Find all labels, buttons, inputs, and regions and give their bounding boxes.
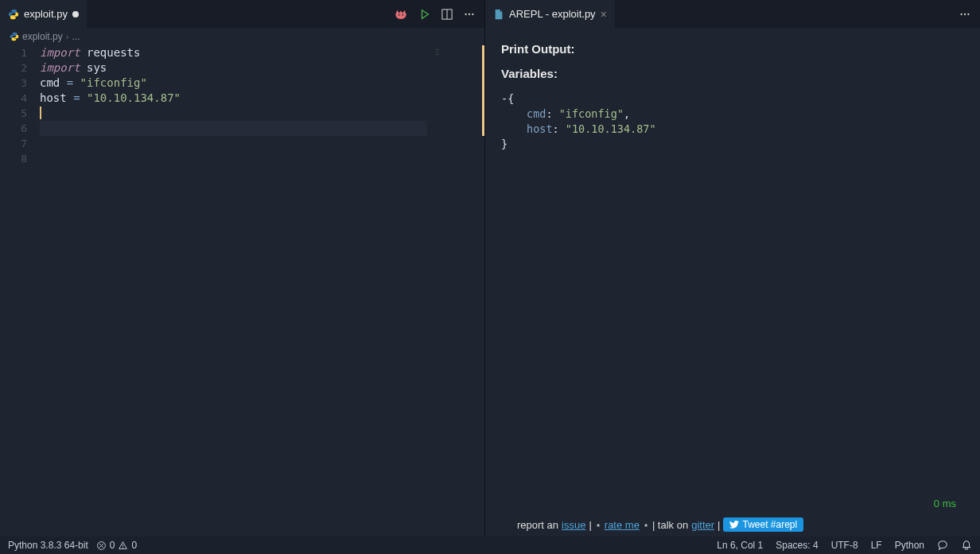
star-icon: ⋆ <box>643 519 649 531</box>
editor-pane: exploit.py exp <box>0 0 485 537</box>
star-icon: ⋆ <box>595 519 601 531</box>
status-problems[interactable]: 0 0 <box>96 540 137 551</box>
arepl-body: Print Output: Variables: -{ cmd: "ifconf… <box>485 28 980 537</box>
status-bar: Python 3.8.3 64-bit 0 0 Ln 6, Col 1 Spac… <box>0 537 980 554</box>
code-line[interactable]: host = "10.10.134.87" <box>40 91 484 106</box>
collapse-toggle-icon[interactable]: - <box>501 92 508 105</box>
warning-count: 0 <box>131 540 137 551</box>
rate-link[interactable]: rate me <box>605 519 640 531</box>
svg-point-5 <box>469 13 470 14</box>
status-notifications-icon[interactable] <box>961 540 972 551</box>
tab-title: exploit.py <box>24 8 68 20</box>
line-number: 7 <box>0 136 27 151</box>
main-area: exploit.py exp <box>0 0 980 537</box>
status-encoding[interactable]: UTF-8 <box>831 540 858 551</box>
line-number: 1 <box>0 45 27 60</box>
svg-point-14 <box>122 547 123 548</box>
code-line[interactable]: import sys <box>40 60 484 76</box>
arepl-actions <box>959 9 980 20</box>
line-number-gutter: 12345678 <box>0 45 40 537</box>
status-cursor-position[interactable]: Ln 6, Col 1 <box>717 540 763 551</box>
warning-icon <box>118 540 128 551</box>
more-actions-icon[interactable] <box>464 9 475 20</box>
tab-title: AREPL - exploit.py <box>509 8 596 20</box>
preview-file-icon <box>493 9 504 20</box>
footer-text: report an <box>517 519 558 531</box>
code-line[interactable] <box>40 106 484 121</box>
line-number: 2 <box>0 60 27 76</box>
svg-point-1 <box>402 14 403 15</box>
variables-heading: Variables: <box>501 67 964 80</box>
close-icon[interactable]: × <box>601 8 607 21</box>
breadcrumb[interactable]: exploit.py › ... <box>0 28 484 45</box>
editor-actions <box>394 9 484 20</box>
status-eol[interactable]: LF <box>871 540 882 551</box>
line-number: 4 <box>0 91 27 106</box>
tab-bar-right: AREPL - exploit.py × <box>485 0 980 28</box>
chevron-right-icon: › <box>66 32 69 41</box>
status-python-interpreter[interactable]: Python 3.8.3 64-bit <box>8 540 88 551</box>
svg-point-0 <box>399 14 400 15</box>
arepl-pane: AREPL - exploit.py × Print Output: Varia… <box>485 0 980 537</box>
var-cmd-value: "ifconfig" <box>559 107 624 120</box>
status-feedback-icon[interactable] <box>937 540 948 551</box>
footer-sep: | talk on <box>652 519 688 531</box>
code-editor[interactable]: 12345678 import requestsimport syscmd = … <box>0 45 484 537</box>
tab-bar-left: exploit.py <box>0 0 484 28</box>
execution-time: 0 ms <box>501 498 964 509</box>
editor-tab-exploit[interactable]: exploit.py <box>0 0 87 28</box>
code-line[interactable]: cmd = "ifconfig" <box>40 76 484 91</box>
arepl-tab[interactable]: AREPL - exploit.py × <box>485 0 615 28</box>
svg-point-4 <box>465 13 466 14</box>
split-editor-icon[interactable] <box>441 9 453 20</box>
tweet-label: Tweet #arepl <box>742 519 797 530</box>
report-issue-link[interactable]: issue <box>562 519 585 531</box>
variables-tree[interactable]: -{ cmd: "ifconfig", host: "10.10.134.87"… <box>501 91 964 152</box>
text-cursor <box>40 107 41 119</box>
line-number: 6 <box>0 121 27 136</box>
footer-sep: | <box>718 519 720 531</box>
error-icon <box>96 540 107 551</box>
twitter-icon <box>729 521 739 529</box>
arepl-footer: report an issue | ⋆ rate me ⋆ | talk on … <box>501 513 964 537</box>
python-file-icon <box>8 9 19 20</box>
footer-sep: | <box>589 519 591 531</box>
error-count: 0 <box>110 540 115 551</box>
print-output-heading: Print Output: <box>501 42 964 56</box>
more-actions-icon[interactable] <box>959 9 970 20</box>
line-number: 3 <box>0 76 27 91</box>
status-language[interactable]: Python <box>895 540 924 551</box>
line-number: 5 <box>0 106 27 121</box>
run-icon[interactable] <box>419 9 430 20</box>
arepl-cat-icon[interactable] <box>394 9 408 20</box>
svg-point-6 <box>472 13 473 14</box>
svg-point-9 <box>967 13 969 14</box>
gitter-link[interactable]: gitter <box>691 519 714 531</box>
line-number: 8 <box>0 151 27 166</box>
status-indentation[interactable]: Spaces: 4 <box>776 540 818 551</box>
python-file-icon <box>10 32 19 41</box>
breadcrumb-file: exploit.py <box>22 31 63 42</box>
code-line[interactable]: import requests <box>40 45 484 60</box>
var-host-value: "10.10.134.87" <box>566 122 656 135</box>
svg-point-8 <box>964 13 966 14</box>
dirty-indicator-icon <box>72 11 79 17</box>
tweet-button[interactable]: Tweet #arepl <box>723 517 803 532</box>
breadcrumb-rest: ... <box>72 31 80 42</box>
code-content[interactable]: import requestsimport syscmd = "ifconfig… <box>40 45 484 537</box>
svg-point-7 <box>960 13 962 14</box>
